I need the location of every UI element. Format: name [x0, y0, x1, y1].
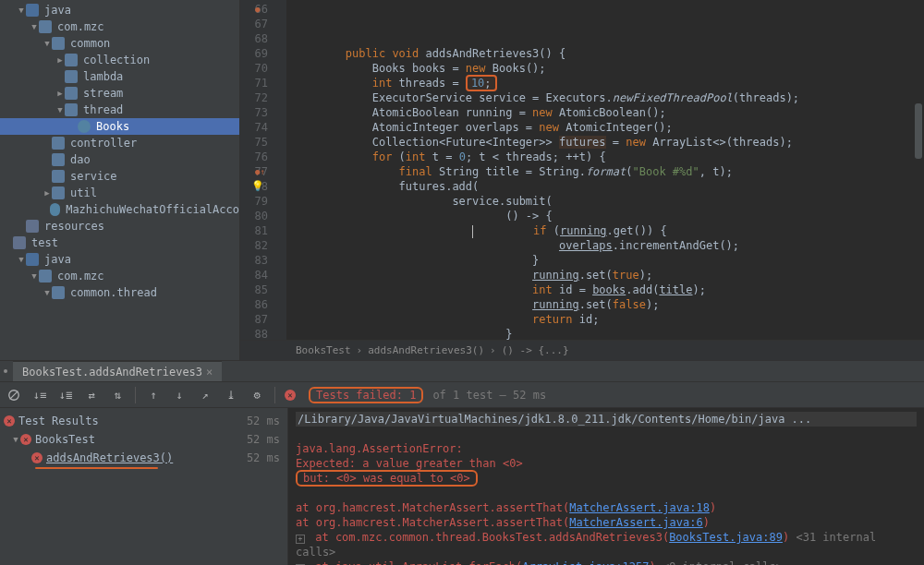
code-line[interactable]: if (running.get()) { [292, 223, 924, 238]
tree-item-java[interactable]: java [0, 251, 239, 268]
code-line[interactable]: ExecutorService service = Executors.newF… [292, 90, 924, 105]
tree-item-controller[interactable]: controller [0, 135, 239, 151]
breadcrumb[interactable]: BooksTest › addsAndRetrieves3() › () -> … [240, 340, 924, 360]
tree-item-resources[interactable]: resources [0, 218, 239, 234]
line-number[interactable]: 73 [240, 105, 268, 120]
tree-item-collection[interactable]: collection [0, 52, 239, 68]
tree-item-books[interactable]: Books [0, 118, 239, 135]
chevron-right-icon[interactable] [55, 55, 65, 65]
results-tree[interactable]: ✕ Test Results 52 ms ✕ BooksTest 52 ms ✕… [0, 408, 288, 565]
breadcrumb-lambda[interactable]: () -> {...} [502, 344, 569, 356]
code-line[interactable]: AtomicInteger overlaps = new AtomicInteg… [292, 120, 924, 135]
console-output[interactable]: /Library/Java/JavaVirtualMachines/jdk1.8… [288, 408, 924, 565]
console-line[interactable] [296, 486, 917, 500]
tree-item-service[interactable]: service [0, 168, 239, 185]
export-button[interactable]: ↗ [197, 387, 213, 403]
line-number[interactable]: 66● [240, 2, 268, 17]
code-line[interactable]: public void addsAndRetrieves3() { [292, 46, 924, 61]
code-line[interactable]: Books books = new Books(); [292, 61, 924, 76]
sort-button[interactable]: ↓≡ [31, 387, 48, 403]
test-results-root[interactable]: ✕ Test Results 52 ms [0, 412, 287, 430]
console-line[interactable]: Expected: a value greater than <0> [296, 456, 917, 471]
tree-item-thread[interactable]: thread [0, 102, 239, 118]
tree-item-test[interactable]: test [0, 234, 239, 251]
console-line[interactable]: at org.hamcrest.MatcherAssert.assertThat… [296, 500, 917, 515]
line-number[interactable]: 70 [240, 61, 268, 76]
line-number[interactable]: 84 [240, 268, 268, 282]
sort-alpha-button[interactable]: ↓≣ [57, 387, 74, 403]
console-line[interactable]: + at com.mzc.common.thread.BooksTest.add… [296, 530, 917, 559]
settings-button[interactable]: ⚙ [249, 387, 265, 403]
breadcrumb-class[interactable]: BooksTest [296, 344, 351, 356]
tree-item-lambda[interactable]: lambda [0, 68, 239, 85]
tree-item-common[interactable]: common [0, 35, 239, 52]
line-number[interactable]: 78💡 [240, 179, 268, 194]
console-line[interactable]: but: <0> was equal to <0> [296, 471, 917, 486]
code-line[interactable]: running.set(false); [292, 297, 924, 312]
chevron-right-icon[interactable] [43, 188, 52, 198]
line-number[interactable]: 88 [240, 327, 268, 340]
code-line[interactable]: return id; [292, 312, 924, 327]
line-number[interactable]: 82 [240, 238, 268, 253]
code-line[interactable]: running.set(true); [292, 268, 924, 282]
console-line[interactable]: at org.hamcrest.MatcherAssert.assertThat… [296, 515, 917, 530]
line-number[interactable]: 86 [240, 297, 268, 312]
intention-bulb-icon[interactable]: 💡 [251, 179, 264, 194]
code-line[interactable]: () -> { [292, 209, 924, 223]
collapse-all-button[interactable]: ⇅ [109, 387, 126, 403]
code-line[interactable]: futures.add( [292, 179, 924, 194]
tree-item-com-mzc[interactable]: com.mzc [0, 18, 239, 35]
test-class-row[interactable]: ✕ BooksTest 52 ms [0, 430, 287, 449]
line-number[interactable]: 75 [240, 135, 268, 150]
test-method-row[interactable]: ✕ addsAndRetrieves3() 52 ms [0, 449, 287, 467]
line-number[interactable]: 67 [240, 17, 268, 31]
line-number[interactable]: 76 [240, 150, 268, 164]
code-area[interactable]: public void addsAndRetrieves3() { Books … [286, 0, 924, 340]
project-tree[interactable]: javacom.mzccommoncollectionlambdastreamt… [0, 0, 240, 360]
code-line[interactable]: service.submit( [292, 194, 924, 209]
hide-passed-button[interactable] [6, 387, 22, 403]
code-line[interactable]: } [292, 253, 924, 268]
expand-all-button[interactable]: ⇄ [83, 387, 100, 403]
line-number[interactable]: 77●↑ [240, 164, 268, 179]
console-line[interactable] [296, 427, 917, 441]
gutter-mark-icon[interactable]: ●↑ [255, 164, 265, 179]
chevron-down-icon[interactable] [17, 255, 26, 264]
next-failed-button[interactable]: ↓ [171, 387, 188, 403]
console-line[interactable]: java.lang.AssertionError: [296, 441, 917, 456]
chevron-down-icon[interactable] [30, 271, 39, 281]
line-number[interactable]: 83 [240, 253, 268, 268]
prev-failed-button[interactable]: ↑ [145, 387, 162, 403]
code-line[interactable]: int threads = 10; [292, 76, 924, 90]
tree-item-stream[interactable]: stream [0, 85, 239, 102]
tree-item-com-mzc[interactable]: com.mzc [0, 268, 239, 284]
code-line[interactable]: int id = books.add(title); [292, 282, 924, 297]
console-line[interactable]: + at java.util.ArrayList.forEach(ArrayLi… [296, 559, 917, 565]
tree-item-mazhichuwechatofficialacco[interactable]: MazhichuWechatOfficialAcco [0, 201, 239, 218]
chevron-down-icon[interactable] [43, 288, 52, 297]
run-tab[interactable]: BooksTest.addsAndRetrieves3 × [13, 361, 222, 381]
code-line[interactable]: AtomicBoolean running = new AtomicBoolea… [292, 105, 924, 120]
chevron-down-icon[interactable] [11, 435, 20, 444]
tree-item-common-thread[interactable]: common.thread [0, 284, 239, 301]
import-button[interactable]: ⤓ [223, 387, 239, 403]
code-line[interactable]: overlaps.incrementAndGet(); [292, 238, 924, 253]
line-number[interactable]: 81 [240, 223, 268, 238]
gutter-mark-icon[interactable]: ● [255, 2, 260, 17]
line-number[interactable]: 69 [240, 46, 268, 61]
chevron-down-icon[interactable] [55, 105, 65, 114]
editor-scrollbar[interactable] [915, 2, 922, 340]
line-number[interactable]: 74 [240, 120, 268, 135]
tree-item-java[interactable]: java [0, 2, 239, 18]
tree-item-util[interactable]: util [0, 185, 239, 201]
code-line[interactable]: final String title = String.format("Book… [292, 164, 924, 179]
chevron-down-icon[interactable] [43, 39, 52, 48]
close-icon[interactable]: × [206, 366, 213, 379]
line-number[interactable]: 79 [240, 194, 268, 209]
line-number[interactable]: 80 [240, 209, 268, 223]
code-line[interactable]: } [292, 327, 924, 340]
expand-icon[interactable]: + [296, 535, 305, 544]
line-number[interactable]: 68 [240, 31, 268, 46]
line-number[interactable]: 71 [240, 76, 268, 90]
line-number[interactable]: 85 [240, 282, 268, 297]
